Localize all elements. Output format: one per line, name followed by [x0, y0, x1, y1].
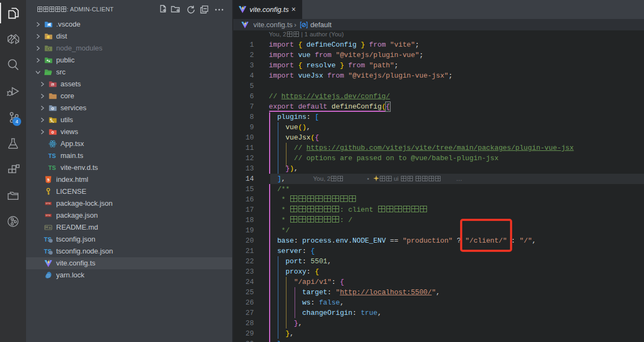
svg-text:5: 5	[47, 178, 50, 182]
